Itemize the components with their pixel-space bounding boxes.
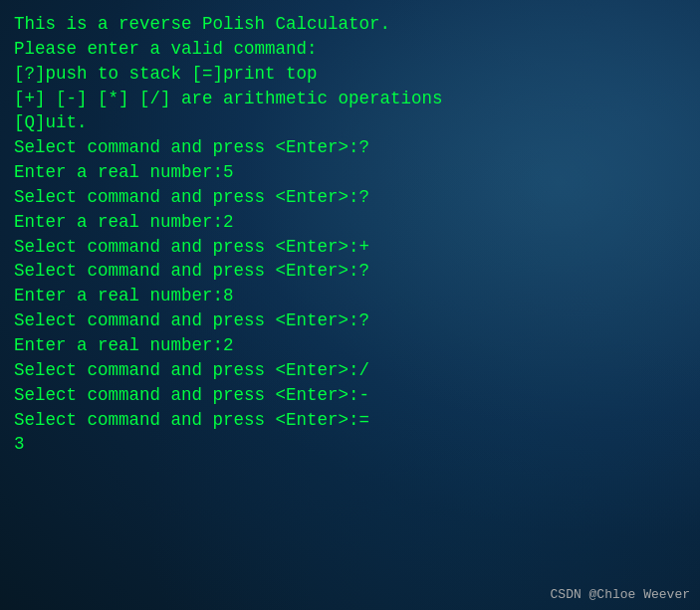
watermark: CSDN @Chloe Weever [551, 587, 690, 602]
terminal-line: Enter a real number:8 [14, 284, 686, 308]
terminal-line: [?]push to stack [=]print top [14, 62, 686, 87]
terminal-line: This is a reverse Polish Calculator. [14, 12, 686, 37]
terminal-line: Enter a real number:5 [14, 160, 686, 185]
terminal-line: Enter a real number:2 [14, 210, 686, 235]
terminal-line: Select command and press <Enter>:/ [14, 358, 686, 383]
terminal-line: [Q]uit. [14, 110, 686, 135]
terminal-line: Select command and press <Enter>:? [14, 135, 686, 160]
terminal-line: Select command and press <Enter>:? [14, 185, 686, 210]
terminal-line: 3 [14, 432, 686, 457]
terminal-line: Select command and press <Enter>:- [14, 383, 686, 408]
terminal-line: [+] [-] [*] [/] are arithmetic operation… [14, 87, 686, 111]
terminal-line: Enter a real number:2 [14, 333, 686, 358]
terminal-window: This is a reverse Polish Calculator.Plea… [0, 0, 700, 610]
terminal-line: Select command and press <Enter>:? [14, 308, 686, 333]
terminal-output: This is a reverse Polish Calculator.Plea… [14, 12, 686, 457]
terminal-line: Select command and press <Enter>:? [14, 259, 686, 284]
terminal-line: Select command and press <Enter>:+ [14, 235, 686, 260]
terminal-line: Select command and press <Enter>:= [14, 408, 686, 433]
terminal-line: Please enter a valid command: [14, 37, 686, 62]
